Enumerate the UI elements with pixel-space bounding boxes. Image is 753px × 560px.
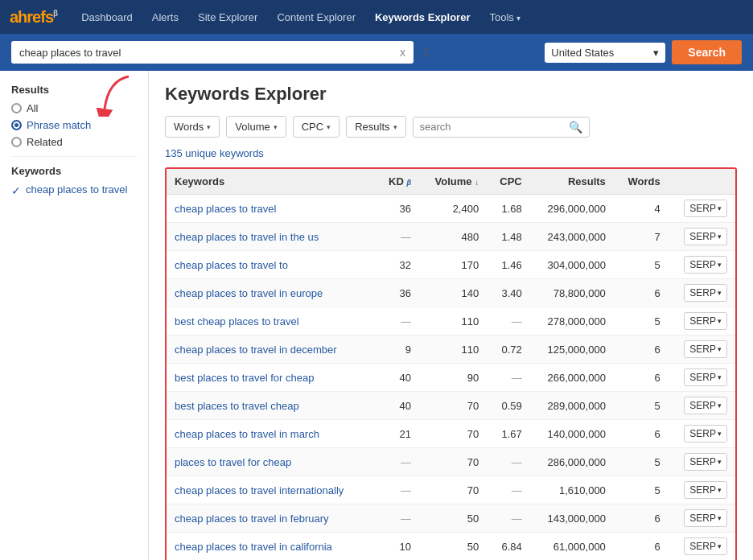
filter-search-wrapper: 🔍 [413, 117, 590, 138]
serp-button[interactable]: SERP ▾ [684, 537, 727, 555]
nav-alerts[interactable]: Alerts [144, 8, 187, 27]
col-header-volume[interactable]: Volume ↓ [419, 169, 487, 195]
keyword-cell[interactable]: cheap places to travel in europe [167, 279, 376, 307]
serp-button[interactable]: SERP ▾ [684, 397, 727, 414]
serp-cell: SERP ▾ [669, 504, 735, 533]
serp-button[interactable]: SERP ▾ [684, 228, 727, 245]
unique-keywords-count: 135 unique keywords [165, 147, 737, 159]
nav-site-explorer[interactable]: Site Explorer [190, 8, 265, 27]
kd-cell: — [376, 307, 419, 336]
keyword-cell[interactable]: places to travel for cheap [167, 448, 376, 476]
serp-button[interactable]: SERP ▾ [684, 284, 727, 302]
volume-cell: 70 [419, 392, 487, 420]
serp-dropdown-icon: ▾ [718, 401, 722, 410]
words-cell: 6 [614, 279, 669, 307]
col-header-keywords: Keywords [167, 169, 376, 195]
serp-button[interactable]: SERP ▾ [684, 425, 727, 443]
sidebar-item-related[interactable]: Related [11, 136, 137, 148]
results-cell: 78,800,000 [530, 279, 614, 307]
serp-cell: SERP ▾ [669, 392, 735, 420]
logo: ahrefsβ [10, 8, 57, 27]
table-row: cheap places to travel in europe 36 140 … [167, 279, 735, 307]
col-header-serp [669, 169, 735, 195]
keyword-cell[interactable]: cheap places to travel internationally [167, 476, 376, 504]
filter-bar: Words ▾ Volume ▾ CPC ▾ Results ▾ 🔍 [165, 116, 737, 138]
sidebar-label-phrase-match: Phrase match [27, 119, 91, 131]
nav-dashboard[interactable]: Dashboard [73, 8, 141, 27]
radio-all[interactable] [11, 103, 22, 113]
results-cell: 278,000,000 [530, 307, 614, 336]
keyword-cell[interactable]: cheap places to travel [167, 195, 376, 223]
kd-cell: — [376, 223, 419, 251]
cpc-dropdown-icon: ▾ [327, 123, 331, 131]
filter-search-icon[interactable]: 🔍 [569, 121, 582, 134]
serp-button[interactable]: SERP ▾ [684, 312, 727, 330]
serp-label: SERP [689, 428, 716, 439]
filter-search-input[interactable] [420, 121, 564, 133]
serp-button[interactable]: SERP ▾ [684, 481, 727, 499]
serp-cell: SERP ▾ [669, 223, 735, 251]
keyword-filter-item[interactable]: ✓ cheap places to travel [11, 183, 137, 197]
serp-label: SERP [689, 203, 716, 214]
search-input-wrapper: x [11, 41, 414, 64]
results-cell: 289,000,000 [530, 392, 614, 420]
kd-cell: 10 [376, 533, 419, 561]
keyword-cell[interactable]: best places to travel cheap [167, 392, 376, 420]
keyword-cell[interactable]: best places to travel for cheap [167, 364, 376, 392]
serp-button[interactable]: SERP ▾ [684, 200, 727, 217]
serp-dropdown-icon: ▾ [718, 289, 722, 297]
serp-label: SERP [689, 513, 716, 524]
serp-dropdown-icon: ▾ [718, 345, 722, 353]
red-arrow-indicator [93, 72, 141, 119]
serp-cell: SERP ▾ [669, 336, 735, 364]
keyword-cell[interactable]: cheap places to travel in california [167, 533, 376, 561]
col-header-results: Results [530, 169, 614, 195]
words-cell: 6 [614, 420, 669, 448]
sidebar-label-related: Related [27, 136, 63, 148]
filter-results-button[interactable]: Results ▾ [346, 116, 405, 138]
results-cell: 243,000,000 [530, 223, 614, 251]
serp-button[interactable]: SERP ▾ [684, 340, 727, 358]
filter-volume-button[interactable]: Volume ▾ [226, 116, 286, 138]
serp-button[interactable]: SERP ▾ [684, 509, 727, 527]
keyword-cell[interactable]: cheap places to travel in december [167, 336, 376, 364]
nav-tools[interactable]: Tools [481, 8, 528, 27]
keywords-table-wrapper: Keywords KD β Volume ↓ CPC Results Words… [165, 167, 737, 560]
serp-label: SERP [689, 231, 716, 242]
country-selector[interactable]: United States ▾ [545, 43, 665, 63]
radio-related[interactable] [11, 137, 22, 147]
nav-keywords-explorer[interactable]: Keywords Explorer [367, 8, 479, 27]
kd-cell: 32 [376, 251, 419, 279]
radio-phrase-match[interactable] [11, 120, 22, 130]
serp-cell: SERP ▾ [669, 476, 735, 504]
volume-spinner[interactable]: ▲▼ [423, 45, 430, 60]
col-header-cpc: CPC [487, 169, 530, 195]
table-row: best places to travel cheap 40 70 0.59 2… [167, 392, 735, 420]
keyword-cell[interactable]: cheap places to travel in february [167, 504, 376, 533]
filter-cpc-button[interactable]: CPC ▾ [293, 116, 339, 138]
kd-cell: 40 [376, 364, 419, 392]
serp-button[interactable]: SERP ▾ [684, 453, 727, 471]
sidebar-divider [11, 156, 137, 157]
search-input[interactable] [19, 47, 397, 59]
volume-cell: 70 [419, 448, 487, 476]
keyword-cell[interactable]: cheap places to travel in the us [167, 223, 376, 251]
results-cell: 286,000,000 [530, 448, 614, 476]
serp-button[interactable]: SERP ▾ [684, 256, 727, 274]
keyword-cell[interactable]: cheap places to travel to [167, 251, 376, 279]
search-button[interactable]: Search [672, 40, 742, 64]
table-row: cheap places to travel internationally —… [167, 476, 735, 504]
keyword-cell[interactable]: best cheap places to travel [167, 307, 376, 336]
sidebar-item-phrase-match[interactable]: Phrase match [11, 119, 137, 131]
nav-content-explorer[interactable]: Content Explorer [269, 8, 364, 27]
results-dropdown-icon: ▾ [393, 123, 397, 131]
search-clear-button[interactable]: x [400, 46, 405, 59]
keywords-table: Keywords KD β Volume ↓ CPC Results Words… [167, 169, 735, 560]
serp-button[interactable]: SERP ▾ [684, 369, 727, 386]
cpc-cell: 1.48 [487, 223, 530, 251]
serp-cell: SERP ▾ [669, 279, 735, 307]
keyword-cell[interactable]: cheap places to travel in march [167, 420, 376, 448]
filter-words-button[interactable]: Words ▾ [165, 116, 220, 138]
volume-cell: 110 [419, 336, 487, 364]
serp-label: SERP [689, 344, 716, 355]
